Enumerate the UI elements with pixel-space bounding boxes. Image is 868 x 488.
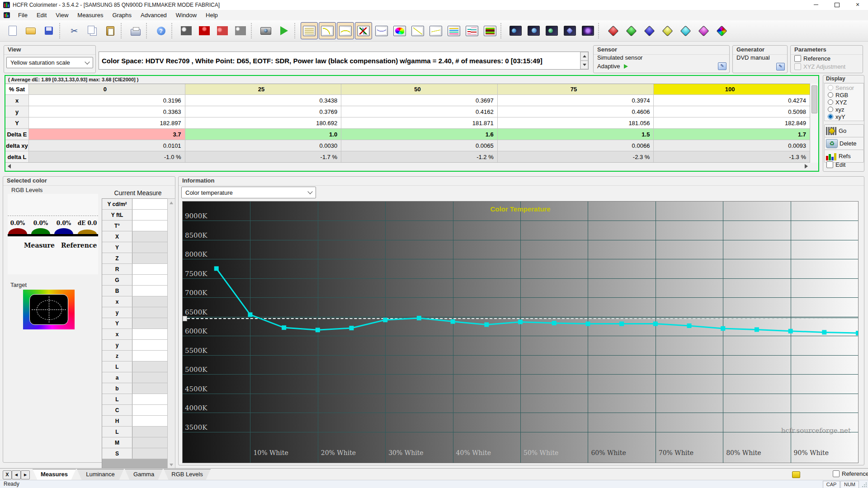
help-button[interactable]: ?	[152, 22, 170, 39]
snapshot-button[interactable]	[257, 22, 274, 39]
scroll-up-icon[interactable]	[170, 202, 173, 204]
menu-window[interactable]: Window	[171, 10, 201, 20]
measure-row-value[interactable]	[132, 231, 167, 242]
view-measures-button[interactable]	[301, 22, 318, 39]
cell-value[interactable]: 3.7	[29, 129, 185, 140]
cell-value[interactable]: 0.5098	[654, 106, 810, 117]
measure-blue-button[interactable]	[641, 22, 658, 39]
parameter-reference-row[interactable]: Reference	[794, 54, 845, 62]
view-saturation-button[interactable]	[481, 22, 499, 39]
cell-value[interactable]: 0.3974	[498, 95, 654, 106]
view-multi-curves-button[interactable]	[445, 22, 462, 39]
tab-luminance[interactable]: Luminance	[77, 469, 124, 480]
measure-row-value[interactable]	[132, 221, 167, 231]
scroll-right-icon[interactable]	[805, 164, 808, 169]
cell-value[interactable]: 0.0030	[185, 140, 342, 151]
go-button[interactable]: Go	[824, 124, 864, 137]
cell-value[interactable]: 1.0	[185, 129, 342, 140]
measure-all-button[interactable]	[232, 22, 249, 39]
measure-row-value[interactable]	[132, 275, 167, 285]
radio-row-xyz[interactable]: XYZ	[825, 99, 863, 106]
cell-value[interactable]: 0.4274	[654, 95, 810, 106]
cell-value[interactable]: 1.7	[654, 129, 810, 140]
cell-value[interactable]: 181.871	[341, 117, 498, 129]
view-gamma-curve-button[interactable]	[319, 22, 336, 39]
measure-green-button[interactable]	[623, 22, 640, 39]
view-tracking-button[interactable]	[463, 22, 481, 39]
radio-xyz[interactable]	[828, 107, 833, 112]
view-gamma-points-button[interactable]	[337, 22, 354, 39]
radio-xyz[interactable]	[828, 99, 833, 105]
reference-checkbox-row[interactable]: Reference	[833, 470, 868, 477]
cell-value[interactable]: 0.3438	[185, 95, 342, 106]
paste-button[interactable]	[102, 22, 119, 39]
vertical-scrollbar[interactable]	[810, 84, 818, 163]
measure-row-value[interactable]	[132, 329, 167, 339]
refs-button[interactable]: Refs	[824, 150, 864, 163]
maximize-button[interactable]	[826, 0, 847, 10]
view-luminance-button[interactable]	[409, 22, 426, 39]
measure-row-value[interactable]	[132, 405, 167, 415]
radio-row-rgb[interactable]: RGB	[825, 91, 863, 99]
measure-colorchecker-button[interactable]	[713, 22, 730, 39]
measure-row-value[interactable]	[132, 340, 167, 350]
tab-gamma[interactable]: Gamma	[125, 469, 163, 480]
free-measure-4-button[interactable]	[561, 22, 578, 39]
new-file-button[interactable]	[4, 22, 21, 39]
measure-row-value[interactable]	[132, 427, 167, 437]
copy-button[interactable]	[84, 22, 101, 39]
measure-primaries-button[interactable]	[196, 22, 213, 39]
cell-value[interactable]: 0.0066	[498, 140, 654, 151]
measure-row-value[interactable]	[132, 351, 167, 361]
cell-value[interactable]: 0.3769	[185, 106, 342, 117]
graph-type-select[interactable]: Color temperature	[181, 187, 316, 198]
close-view-button[interactable]: X	[3, 470, 12, 479]
measure-row-value[interactable]	[132, 286, 167, 296]
cell-value[interactable]: 1.6	[341, 129, 498, 140]
column-header-25[interactable]: 25	[185, 84, 342, 95]
edit-checkbox[interactable]	[826, 161, 833, 168]
free-measure-1-button[interactable]	[507, 22, 524, 39]
generator-config-button[interactable]	[776, 63, 785, 70]
view-rgb-levels-button[interactable]	[373, 22, 390, 39]
menu-advanced[interactable]: Advanced	[136, 10, 171, 20]
tab-scroll-right-button[interactable]: ▸	[21, 470, 30, 479]
free-measure-3-button[interactable]	[543, 22, 560, 39]
measure-row-value[interactable]	[132, 264, 167, 274]
cell-value[interactable]: 0.3697	[341, 95, 498, 106]
measure-row-value[interactable]	[132, 242, 167, 253]
scroll-left-icon[interactable]	[8, 164, 11, 169]
reference-checkbox[interactable]	[794, 55, 801, 62]
measure-scrollbar[interactable]	[167, 198, 175, 469]
sensor-run-icon[interactable]	[624, 64, 628, 69]
measure-red-button[interactable]	[604, 22, 622, 39]
cell-value[interactable]: 182.849	[654, 117, 810, 129]
measure-yellow-button[interactable]	[659, 22, 676, 39]
edit-checkbox-row[interactable]: Edit	[826, 161, 845, 168]
reference-checkbox[interactable]	[833, 470, 840, 477]
spinner-down-button[interactable]	[580, 61, 588, 69]
free-measure-5-button[interactable]	[579, 22, 596, 39]
measure-row-value[interactable]	[132, 394, 167, 404]
radio-rgb[interactable]	[828, 92, 833, 98]
radio-row-xyy[interactable]: xyY	[825, 113, 863, 120]
menu-graphs[interactable]: Graphs	[108, 10, 136, 20]
cell-value[interactable]: 180.692	[185, 117, 342, 129]
cell-value[interactable]: 182.897	[29, 117, 185, 129]
cell-value[interactable]: -1.3 %	[654, 151, 810, 163]
print-button[interactable]	[127, 22, 144, 39]
cell-value[interactable]: 0.3363	[29, 106, 185, 117]
radio-row-xyz[interactable]: xyz	[825, 106, 863, 113]
measure-row-value[interactable]	[132, 383, 167, 394]
run-measures-button[interactable]	[275, 22, 292, 39]
view-select[interactable]: Yellow saturation scale	[6, 57, 93, 68]
measure-row-value[interactable]	[132, 253, 167, 263]
minimize-button[interactable]	[806, 0, 826, 10]
cell-value[interactable]: 0.4162	[341, 106, 498, 117]
menu-view[interactable]: View	[51, 10, 73, 20]
open-file-button[interactable]	[22, 22, 39, 39]
delete-button[interactable]: Delete	[824, 137, 864, 150]
measure-secondaries-button[interactable]	[214, 22, 231, 39]
measure-row-value[interactable]	[132, 416, 167, 426]
column-header-50[interactable]: 50	[341, 84, 498, 95]
